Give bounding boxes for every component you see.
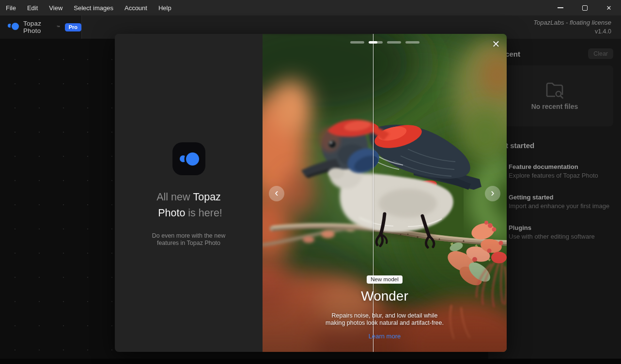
new-model-badge: New model [367,275,403,284]
slide-info: New model Wonder Repairs noise, blur, an… [263,274,507,340]
intro-subtitle: Do even more with the new features in To… [152,232,225,247]
get-started-title: Get started [496,141,613,150]
maximize-button[interactable] [573,0,597,15]
menu-view[interactable]: View [49,4,62,12]
menu-help[interactable]: Help [158,4,171,12]
minimize-button[interactable] [548,0,573,15]
maximize-icon [582,5,588,11]
carousel-prev-button[interactable]: ‹ [269,186,284,201]
license-text: TopazLabs - floating license [533,18,611,27]
menu-select-images[interactable]: Select images [74,4,113,12]
titlebar: File Edit View Select images Account Hel… [0,0,621,15]
clear-recent-button[interactable]: Clear [588,48,613,59]
app-name: Topaz Photo [23,20,57,34]
progress-segment-2[interactable] [369,41,383,44]
menubar: File Edit View Select images Account Hel… [0,4,171,12]
progress-segment-3[interactable] [387,41,401,44]
menu-file[interactable]: File [6,4,16,12]
app-window: File Edit View Select images Account Hel… [0,0,621,364]
recent-header-row: Recent Clear [496,48,613,59]
status-bar [0,359,621,364]
learn-more-link[interactable]: Learn more [369,333,401,340]
link-plugins[interactable]: Plugins Use with other editing software [509,224,613,241]
menu-account[interactable]: Account [124,4,147,12]
intro-title: All newTopaz Photo is here! [155,189,222,221]
close-icon: ✕ [606,5,612,11]
carousel-next-button[interactable]: › [485,186,500,201]
brand-block: Topaz Photo ™ Pro [0,15,82,39]
slide-title: Wonder [263,288,507,304]
app-logo-tile [172,142,205,175]
pro-badge: Pro [65,23,81,31]
link-getting-started[interactable]: Getting started Import and enhance your … [509,193,613,210]
progress-segment-1[interactable] [350,41,364,44]
license-block: TopazLabs - floating license v1.4.0 [533,18,611,36]
trademark-mark: ™ [57,25,60,30]
close-button[interactable]: ✕ [597,0,621,15]
folder-search-icon [545,81,564,99]
feature-carousel: ✕ ‹ › New model Wonder Repairs noise, bl… [263,34,507,352]
get-started-list: Feature documentation Explore features o… [496,163,613,241]
recent-empty-card: No recent files [496,65,613,126]
topaz-logo-icon [8,23,19,31]
menu-edit[interactable]: Edit [27,4,38,12]
modal-intro-panel: All newTopaz Photo is here! Do even more… [115,34,263,352]
right-sidebar: Recent Clear No recent files Get started… [488,39,621,359]
window-controls: ✕ [548,0,621,15]
carousel-progress-fill [369,41,378,44]
welcome-modal: All newTopaz Photo is here! Do even more… [115,34,507,352]
progress-segment-4[interactable] [405,41,419,44]
link-feature-documentation[interactable]: Feature documentation Explore features o… [509,163,613,180]
carousel-progress [263,41,507,44]
minimize-icon [558,7,563,8]
slide-description: Repairs noise, blur, and low detail whil… [263,312,507,326]
version-text: v1.4.0 [533,27,611,36]
modal-close-button[interactable]: ✕ [490,38,502,50]
no-recent-files-text: No recent files [531,103,578,110]
